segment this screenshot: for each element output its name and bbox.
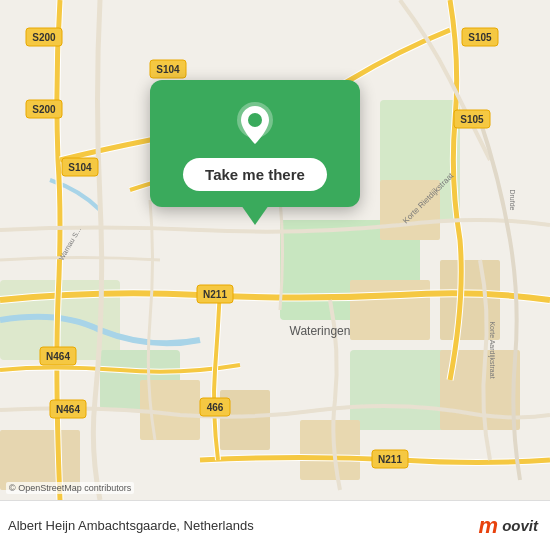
take-me-there-button[interactable]: Take me there xyxy=(183,158,327,191)
footer-bar: Albert Heijn Ambachtsgaarde, Netherlands… xyxy=(0,500,550,550)
svg-text:N464: N464 xyxy=(46,351,70,362)
svg-text:S200: S200 xyxy=(32,104,56,115)
svg-text:S200: S200 xyxy=(32,32,56,43)
moovit-m-letter: m xyxy=(479,513,499,539)
svg-rect-5 xyxy=(350,350,450,430)
svg-text:S105: S105 xyxy=(468,32,492,43)
svg-rect-13 xyxy=(0,430,80,490)
svg-text:Korte Aardijkstraat: Korte Aardijkstraat xyxy=(488,321,496,378)
moovit-logo: m oovit xyxy=(479,513,538,539)
moovit-logo-text: oovit xyxy=(502,517,538,534)
svg-text:S105: S105 xyxy=(460,114,484,125)
svg-text:N211: N211 xyxy=(203,289,227,300)
svg-text:N464: N464 xyxy=(56,404,80,415)
svg-text:466: 466 xyxy=(207,402,224,413)
svg-text:N211: N211 xyxy=(378,454,402,465)
svg-text:Wateringen: Wateringen xyxy=(290,324,351,338)
map-container: S200 S200 S104 S104 S105 S105 N211 N211 … xyxy=(0,0,550,500)
svg-point-42 xyxy=(248,113,262,127)
map-roads: S200 S200 S104 S104 S105 S105 N211 N211 … xyxy=(0,0,550,500)
location-popup: Take me there xyxy=(150,80,360,207)
svg-text:Drufde: Drufde xyxy=(509,189,516,210)
svg-rect-12 xyxy=(300,420,360,480)
location-pin-icon xyxy=(231,100,279,148)
svg-text:S104: S104 xyxy=(156,64,180,75)
location-label: Albert Heijn Ambachtsgaarde, Netherlands xyxy=(8,518,254,533)
svg-rect-6 xyxy=(350,280,430,340)
osm-attribution: © OpenStreetMap contributors xyxy=(6,482,134,494)
svg-text:S104: S104 xyxy=(68,162,92,173)
